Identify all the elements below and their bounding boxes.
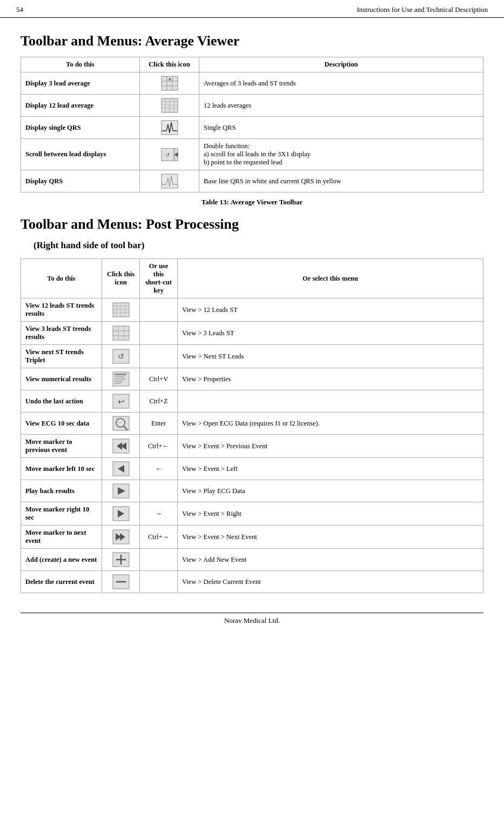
footer-text: Norav Medical Ltd. (224, 616, 280, 625)
todo-cell: Move marker right 10 sec (21, 502, 102, 526)
ecg-search-icon (112, 416, 130, 431)
menu-cell: View > Play ECG Data (178, 480, 483, 502)
icon-cell (102, 322, 140, 345)
shortcut-cell: Enter (140, 413, 178, 435)
table-row: View 3 leads ST trends results View > 3 … (21, 322, 483, 345)
menu-cell: View > Event > Next Event (178, 526, 483, 549)
shortcut-cell: Ctrl+V (140, 368, 178, 390)
todo-cell: Undo the last action (21, 390, 102, 413)
col-header-shortcut: Or use this short-cut key (140, 259, 178, 298)
todo-cell: Add (create) a new event (21, 549, 102, 571)
todo-cell: Move marker left 10 sec (21, 458, 102, 480)
menu-cell: View > Next ST Leads (178, 345, 483, 368)
svg-text:↺: ↺ (118, 353, 124, 361)
shortcut-cell: Ctrl+→ (140, 526, 178, 549)
todo-cell: Move marker to next event (21, 526, 102, 549)
table-row: Play back results View > Play ECG Data (21, 480, 483, 502)
col-header-icon2: Click this icon (102, 259, 140, 298)
todo-cell: View next ST trends Triplet (21, 345, 102, 368)
section1: Toolbar and Menus: Average Viewer To do … (21, 33, 483, 207)
icon-cell (140, 95, 199, 117)
next-event-icon (112, 529, 130, 544)
section2-heading: Toolbar and Menus: Post Processing (21, 216, 483, 232)
menu-cell: View > Open ECG Data (requires I1 or I2 … (178, 413, 483, 435)
desc-cell: Averages of 3 leads and ST trends (199, 72, 483, 95)
add-event-icon (112, 552, 130, 567)
grid3-icon: ▦ (161, 76, 178, 91)
icon-cell: ↺ (140, 139, 199, 170)
table-row: Undo the last action ↩ Ctrl+Z (21, 390, 483, 413)
page-content: Toolbar and Menus: Average Viewer To do … (0, 18, 504, 607)
shortcut-cell (140, 298, 178, 322)
scroll-icon: ↺ (161, 147, 178, 162)
undo-icon: ↩ (112, 394, 130, 409)
icon-cell (102, 298, 140, 322)
table-row: View numerical results Ctrl+V View > Pro… (21, 368, 483, 390)
icon-cell (102, 502, 140, 526)
todo-cell: Display single QRS (21, 117, 140, 139)
page-footer: Norav Medical Ltd. (21, 613, 483, 628)
section2-subheading: (Right hand side of tool bar) (33, 240, 483, 251)
svg-rect-36 (115, 378, 125, 380)
table-row: Display single QRS Single QRS (21, 117, 483, 139)
table-row: Display 12 lead average 12 leads aver (21, 95, 483, 117)
shortcut-cell (140, 480, 178, 502)
svg-rect-26 (113, 326, 129, 340)
svg-rect-38 (115, 383, 121, 384)
icon-cell (102, 435, 140, 458)
play-icon (112, 483, 130, 499)
table-row: Display QRS Base line QRS in white and c… (21, 170, 483, 192)
todo-cell: View ECG 10 sec data (21, 413, 102, 435)
prev-event-icon (112, 439, 130, 454)
table-row: View ECG 10 sec data Enter View > Open E… (21, 413, 483, 435)
menu-cell: View > Event > Left (178, 458, 483, 480)
menu-cell: View > Properties (178, 368, 483, 390)
page-number: 54 (16, 5, 23, 14)
shortcut-cell (140, 345, 178, 368)
icon-cell (140, 117, 199, 139)
svg-rect-34 (115, 374, 126, 375)
table-row: View 12 leads ST trends results (21, 298, 483, 322)
document-title: Instructions for Use and Technical Descr… (357, 5, 488, 14)
svg-rect-37 (115, 381, 123, 382)
icon-cell: ↺ (102, 345, 140, 368)
grid12-icon (161, 98, 178, 113)
numerical-icon (112, 371, 130, 387)
todo-cell: View numerical results (21, 368, 102, 390)
svg-rect-35 (115, 376, 124, 377)
marker-left-icon (112, 461, 130, 476)
svg-text:▦: ▦ (168, 78, 171, 81)
menu-cell: View > Event > Previous Event (178, 435, 483, 458)
table-row: View next ST trends Triplet ↺ View > Nex… (21, 345, 483, 368)
svg-text:↩: ↩ (117, 397, 124, 406)
icon-cell (102, 549, 140, 571)
shortcut-cell: Ctrl+← (140, 435, 178, 458)
icon-cell: ▦ (140, 72, 199, 95)
desc-cell: Double function: a) scroll for all leads… (199, 139, 483, 170)
col-header-todo2: To do this (21, 259, 102, 298)
todo-cell: Display 12 lead average (21, 95, 140, 117)
shortcut-cell: ← (140, 458, 178, 480)
todo-cell: Delete the current event (21, 571, 102, 593)
col-header-todo: To do this (21, 57, 140, 72)
qrs-display-icon (161, 174, 178, 189)
shortcut-cell: Ctrl+Z (140, 390, 178, 413)
svg-text:↺: ↺ (165, 151, 170, 157)
col-header-desc: Description (199, 57, 483, 72)
page-header: 54 Instructions for Use and Technical De… (0, 0, 504, 18)
col-header-menu: Or select this menu (178, 259, 483, 298)
section1-heading: Toolbar and Menus: Average Viewer (21, 33, 483, 49)
menu-cell: View > 12 Leads ST (178, 298, 483, 322)
todo-cell: Scroll between lead displays (21, 139, 140, 170)
icon-cell (102, 480, 140, 502)
col-header-icon: Click this icon (140, 57, 199, 72)
shortcut-cell (140, 571, 178, 593)
section2: Toolbar and Menus: Post Processing (Righ… (21, 216, 483, 593)
icon-cell (140, 170, 199, 192)
menu-cell (178, 390, 483, 413)
todo-cell: Move marker to previous event (21, 435, 102, 458)
next-triplet-icon: ↺ (112, 349, 130, 364)
icon-cell (102, 526, 140, 549)
todo-cell: Display 3 lead average (21, 72, 140, 95)
average-viewer-table: To do this Click this icon Description D… (21, 57, 483, 192)
